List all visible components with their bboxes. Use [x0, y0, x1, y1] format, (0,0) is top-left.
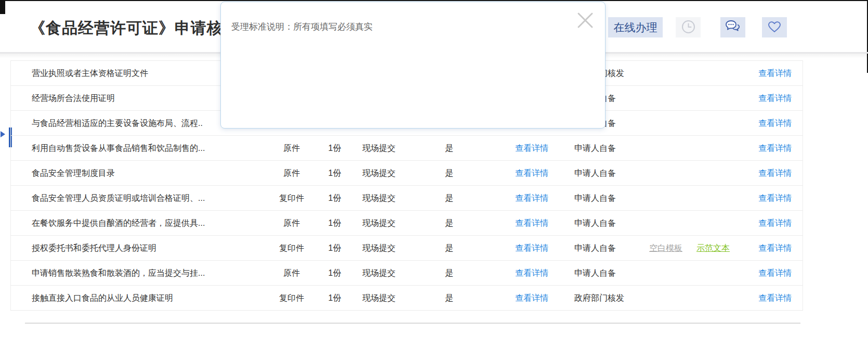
window-edge-top	[0, 0, 868, 1]
view-detail-link[interactable]: 查看详情	[510, 186, 554, 210]
doc-copies: 1份	[318, 286, 352, 310]
sample-text-link[interactable]	[693, 261, 733, 285]
blank-template-link[interactable]: 空白模板	[645, 236, 687, 260]
doc-name: 与食品经营相适应的主要设备设施布局、流程..	[32, 111, 250, 135]
sample-text-link[interactable]	[693, 61, 733, 85]
blank-template-link[interactable]	[645, 261, 687, 285]
blank-template-link[interactable]	[645, 161, 687, 185]
doc-name: 经营场所合法使用证明	[32, 86, 250, 110]
blank-template-link[interactable]	[645, 61, 687, 85]
doc-copies: 1份	[318, 211, 352, 235]
doc-copies: 1份	[318, 261, 352, 285]
sample-text-link[interactable]: 示范文本	[693, 236, 733, 260]
doc-name: 申请销售散装熟食和散装酒的，应当提交与挂...	[32, 261, 250, 285]
favorite-button[interactable]	[762, 17, 787, 37]
acceptance-standard-popup: 受理标准说明：所有项填写必须真实	[220, 2, 606, 129]
doc-copies: 1份	[318, 236, 352, 260]
left-pointer-arrow-icon	[1, 131, 5, 137]
doc-name: 利用自动售货设备从事食品销售和饮品制售的...	[32, 136, 250, 160]
view-detail-link[interactable]: 查看详情	[756, 186, 794, 210]
view-detail-link[interactable]: 查看详情	[756, 261, 794, 285]
doc-name: 食品安全管理人员资质证明或培训合格证明、...	[32, 186, 250, 210]
sample-text-link[interactable]	[693, 111, 733, 135]
blank-template-link[interactable]	[645, 86, 687, 110]
doc-name: 在餐饮服务中提供自酿酒的经营者，应提供具...	[32, 211, 250, 235]
view-detail-link[interactable]: 查看详情	[510, 236, 554, 260]
blank-template-link[interactable]	[645, 111, 687, 135]
window-edge-corner	[0, 0, 5, 14]
doc-required: 是	[432, 261, 466, 285]
table-row: 在餐饮服务中提供自酿酒的经营者，应提供具... 原件 1份 现场提交 是 查看详…	[11, 211, 803, 236]
blank-template-link[interactable]	[645, 286, 687, 310]
history-button[interactable]	[676, 17, 701, 37]
doc-submit-method: 现场提交	[351, 186, 407, 210]
doc-form: 原件	[271, 161, 312, 185]
clock-icon	[681, 20, 695, 35]
doc-required: 是	[432, 161, 466, 185]
blank-template-link[interactable]	[645, 211, 687, 235]
doc-required: 是	[432, 186, 466, 210]
table-row: 食品安全管理制度目录 原件 1份 现场提交 是 查看详情 申请人自备 查看详情	[11, 161, 803, 186]
doc-required: 是	[432, 236, 466, 260]
popup-text: 受理标准说明：所有项填写必须真实	[231, 21, 373, 33]
heart-icon	[767, 20, 782, 35]
blank-template-link[interactable]	[645, 186, 687, 210]
doc-copies: 1份	[318, 136, 352, 160]
blank-template-link[interactable]	[645, 136, 687, 160]
table-row: 食品安全管理人员资质证明或培训合格证明、... 复印件 1份 现场提交 是 查看…	[11, 186, 803, 211]
page-title: 《食品经营许可证》申请核发	[30, 18, 239, 39]
view-detail-link[interactable]: 查看详情	[756, 286, 794, 310]
doc-copies: 1份	[318, 186, 352, 210]
view-detail-link[interactable]: 查看详情	[756, 161, 794, 185]
online-apply-button[interactable]: 在线办理	[608, 17, 663, 37]
view-detail-link[interactable]: 查看详情	[756, 111, 794, 135]
sample-text-link[interactable]	[693, 211, 733, 235]
doc-name: 接触直接入口食品的从业人员健康证明	[32, 286, 250, 310]
screen: 《食品经营许可证》申请核发 在线办理	[0, 0, 868, 345]
doc-name: 授权委托书和委托代理人身份证明	[32, 236, 250, 260]
sample-text-link[interactable]	[693, 286, 733, 310]
table-row: 授权委托书和委托代理人身份证明 复印件 1份 现场提交 是 查看详情 申请人自备…	[11, 236, 803, 261]
doc-submit-method: 现场提交	[351, 136, 407, 160]
sample-text-link[interactable]	[693, 161, 733, 185]
doc-form: 复印件	[271, 236, 312, 260]
bottom-divider	[25, 323, 800, 324]
close-icon	[576, 23, 595, 31]
doc-required: 是	[432, 211, 466, 235]
view-detail-link[interactable]: 查看详情	[756, 211, 794, 235]
sample-text-link[interactable]	[693, 186, 733, 210]
doc-submit-method: 现场提交	[351, 261, 407, 285]
doc-submit-method: 现场提交	[351, 161, 407, 185]
view-detail-link[interactable]: 查看详情	[510, 261, 554, 285]
view-detail-link[interactable]: 查看详情	[510, 161, 554, 185]
chat-bubbles-icon	[725, 20, 741, 35]
doc-form: 复印件	[271, 186, 312, 210]
view-detail-link[interactable]: 查看详情	[510, 286, 554, 310]
doc-submit-method: 现场提交	[351, 236, 407, 260]
doc-name: 营业执照或者主体资格证明文件	[32, 61, 250, 85]
sample-text-link[interactable]	[693, 136, 733, 160]
doc-form: 原件	[271, 136, 312, 160]
doc-required: 是	[432, 286, 466, 310]
table-row: 申请销售散装熟食和散装酒的，应当提交与挂... 原件 1份 现场提交 是 查看详…	[11, 261, 803, 286]
close-button[interactable]	[576, 11, 595, 30]
view-detail-link[interactable]: 查看详情	[510, 136, 554, 160]
doc-copies: 1份	[318, 161, 352, 185]
doc-form: 原件	[271, 261, 312, 285]
doc-required: 是	[432, 136, 466, 160]
consult-button[interactable]	[720, 17, 745, 37]
view-detail-link[interactable]: 查看详情	[510, 211, 554, 235]
table-row: 接触直接入口食品的从业人员健康证明 复印件 1份 现场提交 是 查看详情 政府部…	[11, 286, 803, 311]
view-detail-link[interactable]: 查看详情	[756, 136, 794, 160]
doc-submit-method: 现场提交	[351, 286, 407, 310]
view-detail-link[interactable]: 查看详情	[756, 86, 794, 110]
doc-name: 食品安全管理制度目录	[32, 161, 250, 185]
doc-submit-method: 现场提交	[351, 211, 407, 235]
doc-form: 原件	[271, 211, 312, 235]
table-row: 利用自动售货设备从事食品销售和饮品制售的... 原件 1份 现场提交 是 查看详…	[11, 136, 803, 161]
view-detail-link[interactable]: 查看详情	[756, 236, 794, 260]
sample-text-link[interactable]	[693, 86, 733, 110]
view-detail-link[interactable]: 查看详情	[756, 61, 794, 85]
doc-form: 复印件	[271, 286, 312, 310]
